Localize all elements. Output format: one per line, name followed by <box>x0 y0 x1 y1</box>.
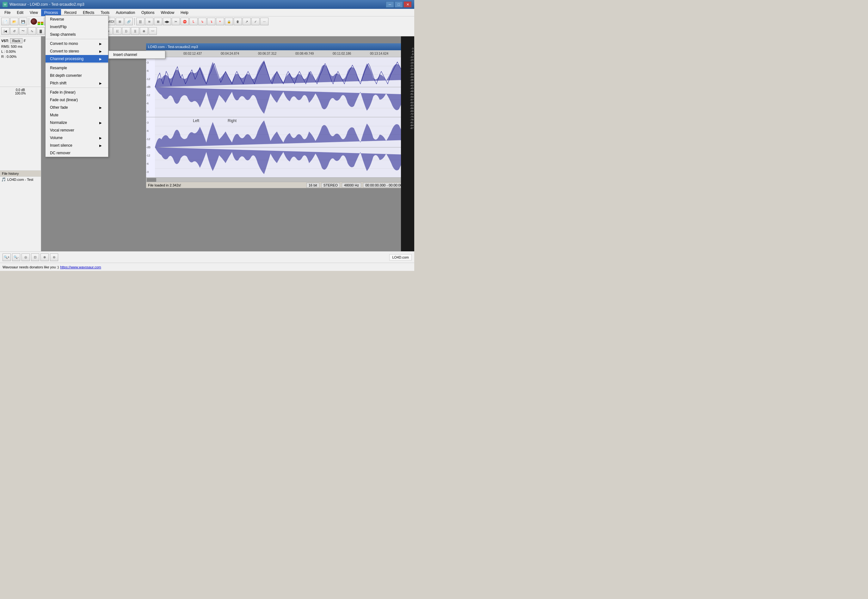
db-bot-6: -6 <box>146 162 155 165</box>
menu-resample[interactable]: Resample <box>45 64 108 72</box>
tool-5[interactable]: ⊞ <box>116 18 124 25</box>
menu-edit[interactable]: Edit <box>14 9 27 16</box>
play2-button[interactable]: |◀ <box>1 27 9 35</box>
right-channel-label: Right <box>228 119 237 123</box>
save-button[interactable]: 💾 <box>19 18 27 25</box>
time-mark-2: 00:04:24.874 <box>221 52 239 55</box>
bottom-channel[interactable]: -3 -6 -12 -dB -12 -6 -3 <box>146 117 414 177</box>
rms-r: R : 0.00% <box>1 54 39 59</box>
arrow-fade: ▶ <box>99 106 102 109</box>
tool-red-4[interactable]: ⌖ <box>216 18 224 25</box>
zoom-in-button[interactable]: 🔍+ <box>3 253 11 261</box>
tool-16[interactable]: 🗑 <box>234 18 242 25</box>
db-r-2: -9 <box>402 53 414 56</box>
menu-options[interactable]: Options <box>138 9 157 16</box>
db-r-5: -18 <box>402 61 414 64</box>
tool-7[interactable]: ||| <box>136 18 145 25</box>
menu-invert[interactable]: Invert/Flip <box>45 23 108 31</box>
db-r-8: -27 <box>402 70 414 73</box>
tool-red-3[interactable]: ↴ <box>207 18 215 25</box>
menu-channel-proc[interactable]: Channel processing ▶ <box>45 55 108 63</box>
db-bot-3: -12 <box>146 137 155 141</box>
menu-convert-stereo[interactable]: Convert to stereo ▶ <box>45 47 108 55</box>
tool-red-2[interactable]: ↳ <box>198 18 206 25</box>
menu-other-fade[interactable]: Other fade ▶ <box>45 104 108 111</box>
tool-red-1[interactable]: L <box>190 18 197 25</box>
zoom-5[interactable]: ⊕ <box>41 253 49 261</box>
track-controls-area: 0.0 dB 100.0% <box>0 87 41 170</box>
time-ruler: 00:00:00.000 00:02:12.437 00:04:24.874 0… <box>146 50 414 57</box>
menu-pitch-shift[interactable]: Pitch shift ▶ <box>45 79 108 87</box>
open-button[interactable]: 📂 <box>10 18 18 25</box>
inner-window-title: LO4D.com - Test-srcaudio2.mp3 <box>148 45 198 49</box>
horizontal-scrollbar[interactable] <box>146 177 414 182</box>
menu-vocal-remove[interactable]: Vocal remover <box>45 126 108 134</box>
menu-bit-depth[interactable]: Bit depth converter <box>45 72 108 79</box>
menu-view[interactable]: View <box>27 9 41 16</box>
menu-automation[interactable]: Automation <box>113 9 138 16</box>
tool-10[interactable]: ◀▶ <box>163 18 171 25</box>
maximize-button[interactable]: □ <box>395 1 403 8</box>
db-r-19: -60 <box>402 101 414 104</box>
tool-undo[interactable]: ↺ <box>10 27 18 35</box>
db-scale-right: -3 -6 -9 -12 -15 -18 -21 -24 -27 -30 -33… <box>402 38 414 129</box>
menu-fade-in[interactable]: Fade in (linear) <box>45 89 108 96</box>
db-r-20: -63 <box>402 104 414 107</box>
menu-swap[interactable]: Swap channels <box>45 31 108 38</box>
menu-dc-remover[interactable]: DC remover <box>45 149 108 157</box>
tool-nav3[interactable]: ⟩⟩ <box>122 27 130 35</box>
donate-message: Wavosaur needs donators like you :) <box>3 265 59 269</box>
db-r-16: -51 <box>402 93 414 95</box>
menu-insert-silence[interactable]: Insert silence ▶ <box>45 141 108 149</box>
tool-wave1[interactable]: 〜 <box>19 27 27 35</box>
file-history-item-0[interactable]: 🎵 LO4D.com - Test <box>0 177 41 182</box>
menu-mute[interactable]: Mute <box>45 111 108 119</box>
menu-window[interactable]: Window <box>157 9 178 16</box>
tool-dots[interactable]: ··· <box>260 18 268 25</box>
time-mark-4: 00:08:49.749 <box>295 52 314 55</box>
tool-spectrum[interactable]: ▓ <box>37 27 45 35</box>
tool-12[interactable]: ⛔ <box>181 18 189 25</box>
minimize-button[interactable]: ─ <box>386 1 394 8</box>
db-r-7: -24 <box>402 67 414 70</box>
close-button[interactable]: ✕ <box>404 1 412 8</box>
tool-wave2[interactable]: ∿ <box>28 27 36 35</box>
menu-normalize[interactable]: Normalize ▶ <box>45 119 108 126</box>
tool-6[interactable]: 🔗 <box>125 18 133 25</box>
top-channel[interactable]: -3 -6 -12 -dB -12 -6 -3 <box>146 57 414 117</box>
db-bot-5: -12 <box>146 154 155 157</box>
zoom-6[interactable]: ⊖ <box>50 253 58 261</box>
tool-15[interactable]: 🔒 <box>225 18 233 25</box>
db-r-17: -54 <box>402 95 414 98</box>
tool-nav5[interactable]: ⊕ <box>140 27 148 35</box>
tool-8[interactable]: ≋ <box>145 18 153 25</box>
menu-help[interactable]: Help <box>178 9 191 16</box>
tool-nav4[interactable]: ⟩| <box>131 27 139 35</box>
db-r-13: -42 <box>402 84 414 87</box>
zoom-fit-button[interactable]: ◎ <box>21 253 30 261</box>
tool-check[interactable]: ✓ <box>252 18 259 25</box>
file-history-panel: File history 🎵 LO4D.com - Test <box>0 170 41 251</box>
arrow-mono: ▶ <box>99 42 102 45</box>
db-bot-2: -6 <box>146 129 155 132</box>
file-loaded-message: File loaded in 2.342s! <box>148 183 181 187</box>
zoom-out-button[interactable]: 🔍- <box>12 253 20 261</box>
tool-nav2[interactable]: ⟨⟨ <box>113 27 121 35</box>
rack-button-2[interactable]: Rack <box>10 38 23 43</box>
tool-11[interactable]: ✂ <box>172 18 180 25</box>
tool-17[interactable]: ↗ <box>243 18 251 25</box>
menu-insert-channel[interactable]: Insert channel <box>109 51 165 59</box>
menu-volume[interactable]: Volume ▶ <box>45 134 108 141</box>
db-top-3: -12 <box>146 77 155 81</box>
new-button[interactable]: 📄 <box>1 18 9 25</box>
scrollbar-thumb[interactable] <box>147 178 156 182</box>
menu-reverse[interactable]: Reverse <box>45 15 108 23</box>
donate-link[interactable]: https://www.wavosaur.com <box>60 265 101 269</box>
menu-fade-out[interactable]: Fade out (linear) <box>45 96 108 104</box>
zoom-sel-button[interactable]: ⊡ <box>31 253 39 261</box>
arrow-channel: ▶ <box>99 57 102 61</box>
menu-file[interactable]: File <box>1 9 14 16</box>
menu-convert-mono[interactable]: Convert to mono ▶ <box>45 40 108 47</box>
tool-9[interactable]: ⊠ <box>154 18 162 25</box>
tool-nav6[interactable]: 〰 <box>149 27 157 35</box>
